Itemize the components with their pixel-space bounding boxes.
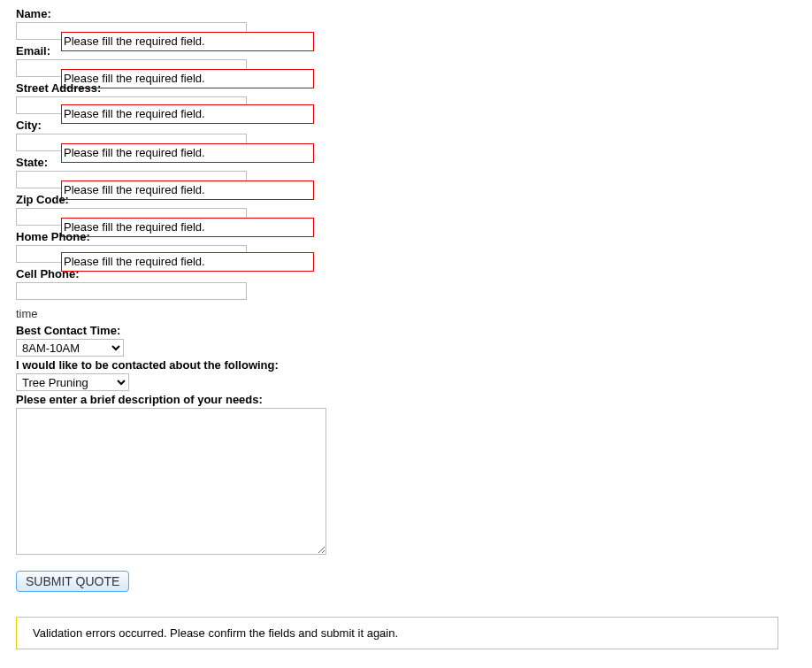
field-state: State: Please fill the required field. [16,156,796,188]
label-description: Plese enter a brief description of your … [16,393,796,406]
field-street: Street Address: Please fill the required… [16,81,796,114]
quote-form-page: Name: Please fill the required field. Em… [0,0,812,667]
label-zip: Zip Code: [16,193,796,206]
submit-quote-button[interactable]: SUBMIT QUOTE [16,571,129,592]
field-city: City: Please fill the required field. [16,119,796,151]
input-cellphone[interactable] [16,282,247,300]
field-cellphone: Cell Phone: [16,267,796,300]
label-cellphone: Cell Phone: [16,267,796,280]
select-topic[interactable]: Tree Pruning [16,373,129,391]
field-email: Email: Please fill the required field. [16,44,796,77]
field-zip: Zip Code: Please fill the required field… [16,193,796,226]
label-state: State: [16,156,796,169]
label-homephone: Home Phone: [16,230,796,243]
field-homephone: Home Phone: Please fill the required fie… [16,230,796,263]
label-street: Street Address: [16,81,796,95]
label-best-contact: Best Contact Time: [16,324,796,337]
label-email: Email: [16,44,796,58]
textarea-description[interactable] [16,408,326,555]
field-name: Name: Please fill the required field. [16,7,796,40]
validation-summary: Validation errors occurred. Please confi… [16,617,778,649]
label-topic: I would like to be contacted about the f… [16,358,796,372]
label-city: City: [16,119,796,132]
label-name: Name: [16,7,796,20]
label-time-raw: time [16,307,796,320]
select-best-contact-time[interactable]: 8AM-10AM [16,339,124,357]
